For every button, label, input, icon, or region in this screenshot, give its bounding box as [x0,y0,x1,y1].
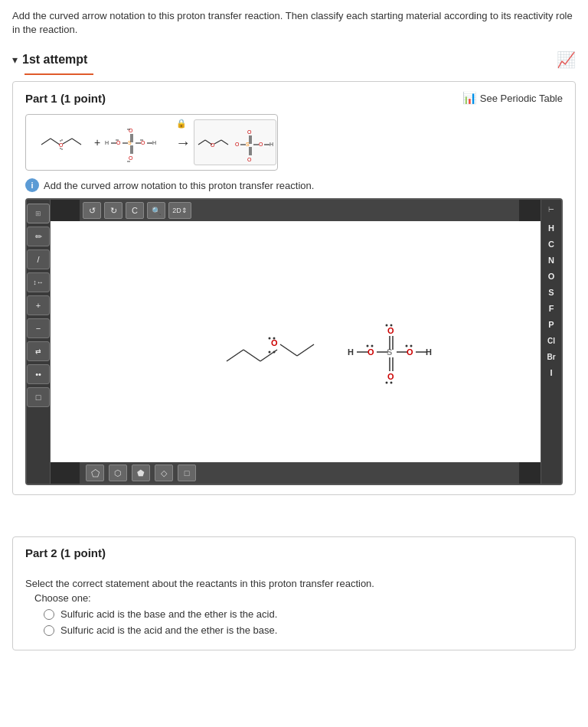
element-N-btn[interactable]: N [541,253,561,268]
graph-analytics-icon[interactable]: 📈 [557,51,576,69]
part1-section: Part 1 (1 point) 📊 See Periodic Table 🔒 … [12,81,576,495]
info-icon: i [25,178,39,192]
option-2-label: Sulfuric acid is the acid and the ether … [60,624,277,636]
svg-text:O: O [271,338,278,347]
svg-point-7 [60,148,61,149]
editor-bottom-bar: ⬠ ⬡ ⬟ ◇ □ [80,462,519,484]
periodic-table-label: See Periodic Table [480,93,563,104]
eraser-icon: ✏ [35,232,42,242]
zoom-out-btn[interactable]: − [27,318,50,338]
element-C-btn[interactable]: C [541,236,561,252]
svg-point-70 [386,324,388,326]
diamond-btn[interactable]: ◇ [155,465,173,481]
svg-line-58 [280,344,297,356]
clear-btn[interactable]: C [126,202,144,219]
option-1-radio[interactable] [44,609,54,620]
element-I-btn[interactable]: I [541,365,561,380]
svg-point-79 [406,344,408,347]
zoom-btn[interactable]: 🔍 [147,202,165,219]
eraser-tool-btn[interactable]: ✏ [27,227,50,246]
canvas-svg: O H O [51,231,541,453]
svg-text:O: O [129,155,133,161]
svg-text:O: O [247,157,252,162]
element-O-btn[interactable]: O [541,269,561,284]
svg-point-71 [390,324,393,326]
svg-line-36 [221,140,228,145]
editor-left-toolbar: ⊞ ✏ / ↕↔ + − ⇄ •• □ [27,200,51,484]
part1-title: Part 1 (1 point) [25,92,106,105]
info-row: i Add the curved arrow notation to this … [25,178,563,192]
svg-point-24 [127,161,129,162]
select-btn[interactable]: □ [27,387,50,407]
option-1-row[interactable]: Sulfuric acid is the base and the ether … [44,608,563,620]
element-F-btn[interactable]: F [541,301,561,316]
element-S-btn[interactable]: S [541,285,561,300]
svg-text:H: H [348,347,354,357]
choose-text: Choose one: [34,592,563,604]
part2-title: Part 2 (1 point) [25,546,106,559]
element-Br-btn[interactable]: Br [541,349,561,364]
attempt-section: ▾ 1st attempt 📈 [6,46,588,73]
undo-btn[interactable]: ↻ [104,202,122,219]
svg-line-35 [214,140,221,144]
bond-icon: / [37,255,39,264]
lone-pair-btn[interactable]: •• [27,364,50,384]
select-icon: □ [36,393,41,402]
svg-point-25 [129,161,130,162]
svg-text:O: O [407,347,413,357]
svg-text:S: S [246,142,250,147]
bond-tool-btn[interactable]: / [27,249,50,269]
hexagon-btn[interactable]: ⬡ [109,465,127,481]
svg-point-19 [127,129,129,130]
reaction-arrow: → [175,134,191,152]
svg-point-6 [61,139,63,141]
svg-point-28 [140,139,142,141]
svg-point-56 [269,350,271,353]
refresh-btn[interactable]: ↺ [83,202,101,219]
svg-text:O: O [235,142,240,147]
option-1-label: Sulfuric acid is the base and the ether … [60,608,277,620]
svg-point-64 [371,344,374,347]
svg-point-5 [60,140,61,142]
ether-molecule: O [34,119,91,165]
molecule-display-box: 🔒 O + [25,114,278,171]
element-P-btn[interactable]: P [541,317,561,332]
svg-point-63 [367,344,369,347]
molecule-editor[interactable]: ⊞ ✏ / ↕↔ + − ⇄ •• □ [25,198,563,485]
svg-point-29 [142,139,143,141]
periodic-table-icon: 📊 [462,91,477,105]
question-text: Select the correct statement about the r… [25,578,563,589]
chevron-icon[interactable]: ▾ [12,54,18,66]
svg-point-12 [116,139,117,141]
pentagon-btn[interactable]: ⬠ [86,465,104,481]
element-Cl-btn[interactable]: Cl [541,333,561,348]
zoom-in-icon: + [36,301,41,310]
curved-arrow-btn[interactable]: ⇄ [27,341,50,361]
2d-btn[interactable]: 2D⇕ [168,202,191,219]
zoom-in-btn[interactable]: + [27,295,50,315]
option-2-row[interactable]: Sulfuric acid is the acid and the ether … [44,624,563,636]
editor-right-toolbar: ⊢ H C N O S F P Cl Br I [541,200,561,484]
part2-section: Part 2 (1 point) Select the correct stat… [12,536,576,650]
lock-icon: 🔒 [176,119,187,129]
template-tool-btn[interactable]: ⊞ [27,204,50,223]
svg-point-8 [61,148,63,150]
svg-text:H: H [105,140,109,145]
plus-separator: + [94,136,100,148]
svg-text:O: O [387,372,394,381]
svg-text:O: O [59,142,64,148]
move-icon: ↕↔ [33,279,44,286]
move-tool-btn[interactable]: ↕↔ [27,272,50,292]
square-btn[interactable]: □ [178,465,196,481]
h2so4-molecule: H O S O [103,119,172,165]
svg-line-50 [227,350,243,361]
pentagon2-btn[interactable]: ⬟ [132,465,150,481]
element-H-btn[interactable]: H [541,220,561,236]
svg-point-80 [410,344,413,347]
attempt-underline [24,73,93,75]
curved-arrow-icon: ⇄ [35,347,41,355]
svg-point-20 [129,129,130,130]
molecule-row: O + H O [34,119,270,165]
periodic-table-link[interactable]: 📊 See Periodic Table [462,91,563,105]
option-2-radio[interactable] [44,625,54,636]
